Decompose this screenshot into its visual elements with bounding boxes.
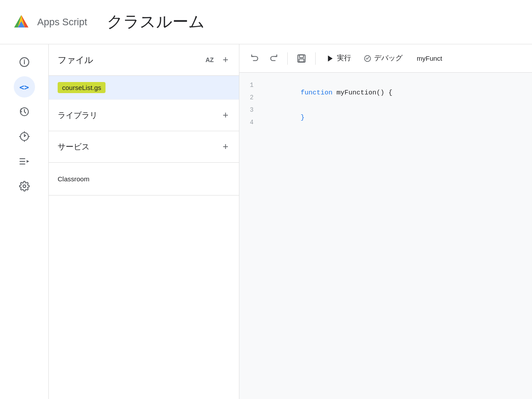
keyword-function: function <box>301 89 336 97</box>
sidebar-run-btn[interactable] <box>14 151 35 172</box>
file-item-courselist[interactable]: courseList.gs <box>49 76 239 100</box>
file-header-actions: AZ + <box>203 52 230 67</box>
file-panel-header: ファイル AZ + <box>49 44 239 76</box>
svg-rect-16 <box>299 59 304 61</box>
code-line-1: 1 function myFunction() { <box>239 82 532 94</box>
sort-files-btn[interactable]: AZ <box>203 55 215 65</box>
line-content-1: function myFunction() { <box>261 82 532 104</box>
trigger-icon <box>19 131 30 142</box>
sidebar-trigger-btn[interactable] <box>14 126 35 147</box>
history-icon <box>19 106 30 117</box>
debug-btn[interactable]: デバッグ <box>358 51 408 66</box>
line-number-3: 3 <box>239 106 261 113</box>
svg-point-13 <box>23 185 26 188</box>
add-service-icon: + <box>223 141 228 153</box>
function-selector[interactable]: myFunct <box>413 53 446 64</box>
add-library-btn[interactable]: + <box>221 108 230 123</box>
code-editor: 実行 デバッグ myFunct 1 function myFunction() … <box>239 44 532 399</box>
toolbar-divider-2 <box>315 52 316 65</box>
services-list: Classroom <box>49 163 239 196</box>
undo-icon <box>250 54 260 63</box>
svg-marker-12 <box>27 160 29 163</box>
closing-brace: } <box>301 114 305 121</box>
svg-marker-17 <box>328 55 333 62</box>
add-file-icon: + <box>223 54 228 66</box>
file-panel: ファイル AZ + courseList.gs ライブラリ + サービス <box>49 44 239 399</box>
add-file-btn[interactable]: + <box>221 52 230 67</box>
header: Apps Script クラスルーム <box>0 0 532 44</box>
run-label: 実行 <box>337 54 351 63</box>
save-icon <box>297 54 306 63</box>
function-name: myFunction() { <box>336 89 392 97</box>
code-icon: <> <box>20 82 29 92</box>
redo-btn[interactable] <box>265 50 282 67</box>
svg-point-2 <box>23 59 24 60</box>
sidebar-info-btn[interactable] <box>14 51 35 73</box>
sidebar-settings-btn[interactable] <box>14 176 35 197</box>
service-item-classroom[interactable]: Classroom <box>58 172 230 186</box>
toolbar-divider-1 <box>287 52 288 65</box>
libraries-label: ライブラリ <box>58 110 98 121</box>
line-number-2: 2 <box>239 94 261 101</box>
files-title: ファイル <box>58 54 93 66</box>
undo-btn[interactable] <box>246 50 263 67</box>
services-section[interactable]: サービス + <box>49 131 239 163</box>
apps-script-label: Apps Script <box>37 16 87 28</box>
debug-label: デバッグ <box>374 54 403 63</box>
run-list-icon <box>19 156 30 167</box>
info-icon <box>19 57 30 67</box>
run-btn[interactable]: 実行 <box>321 51 356 66</box>
settings-icon <box>19 181 30 192</box>
debug-icon <box>364 55 372 63</box>
file-chip-courselist: courseList.gs <box>58 82 106 93</box>
add-service-btn[interactable]: + <box>221 139 230 154</box>
save-btn[interactable] <box>293 50 310 67</box>
run-play-icon <box>326 55 334 63</box>
logo-area: Apps Script クラスルーム <box>11 11 205 33</box>
code-line-3: 3 } <box>239 106 532 119</box>
apps-script-logo <box>11 12 32 33</box>
sidebar-editor-btn[interactable]: <> <box>14 76 35 98</box>
svg-rect-15 <box>299 55 303 57</box>
sidebar: <> <box>0 44 49 399</box>
main-layout: <> <box>0 44 532 399</box>
libraries-section[interactable]: ライブラリ + <box>49 100 239 131</box>
sidebar-history-btn[interactable] <box>14 101 35 122</box>
line-number-4: 4 <box>239 119 261 126</box>
line-number-1: 1 <box>239 82 261 89</box>
redo-icon <box>269 54 278 63</box>
code-area[interactable]: 1 function myFunction() { 2 3 } 4 <box>239 73 532 399</box>
services-label: サービス <box>58 141 90 152</box>
project-title: クラスルーム <box>107 11 205 33</box>
az-sort-icon: AZ <box>205 56 214 63</box>
add-library-icon: + <box>223 110 228 121</box>
line-content-3: } <box>261 106 532 129</box>
editor-toolbar: 実行 デバッグ myFunct <box>239 44 532 73</box>
